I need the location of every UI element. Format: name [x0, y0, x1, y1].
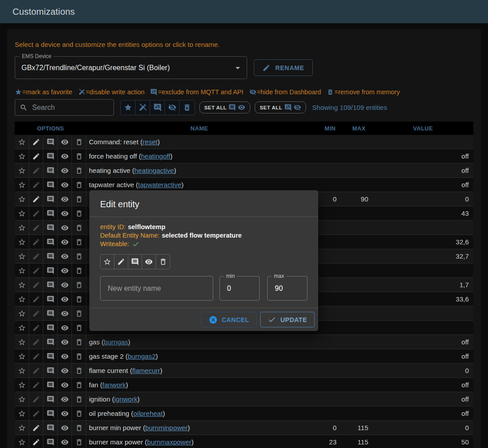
mqtt-exclude-icon[interactable]	[43, 163, 58, 177]
min-input[interactable]	[226, 284, 253, 293]
mqtt-exclude-icon[interactable]	[43, 406, 58, 420]
search-box[interactable]	[15, 99, 114, 116]
mqtt-exclude-icon[interactable]	[43, 178, 58, 192]
delete-icon[interactable]	[72, 292, 86, 306]
delete-icon[interactable]	[72, 421, 86, 435]
favorite-icon[interactable]	[15, 149, 29, 163]
favorite-icon[interactable]	[15, 235, 29, 249]
mqtt-exclude-icon[interactable]	[43, 278, 58, 292]
favorite-icon[interactable]	[15, 406, 29, 420]
visibility-icon[interactable]	[58, 235, 72, 249]
edit-icon[interactable]	[29, 364, 43, 377]
filter-star-filled[interactable]	[121, 100, 135, 115]
filter-pencil-off[interactable]	[135, 100, 150, 115]
entity-shortname-link[interactable]: ignwork	[114, 395, 138, 403]
favorite-icon[interactable]	[15, 378, 29, 392]
mqtt-exclude-icon[interactable]	[43, 378, 58, 392]
delete-icon[interactable]	[72, 378, 86, 392]
new-entity-name-input[interactable]	[107, 284, 206, 293]
set-all-show-button[interactable]: SET ALL	[199, 101, 250, 113]
visibility-icon[interactable]	[58, 206, 72, 220]
visibility-icon[interactable]	[58, 335, 72, 349]
visibility-icon[interactable]	[58, 435, 72, 448]
entity-shortname-link[interactable]: burngas	[104, 338, 128, 346]
delete-icon[interactable]	[72, 349, 86, 363]
mqtt-exclude-icon[interactable]	[43, 349, 58, 363]
search-input[interactable]	[31, 103, 109, 112]
favorite-icon[interactable]	[15, 421, 29, 435]
favorite-icon[interactable]	[15, 306, 29, 320]
filter-delete-forever[interactable]	[180, 100, 194, 115]
mqtt-exclude-icon[interactable]	[43, 335, 58, 349]
edit-icon[interactable]	[29, 221, 43, 234]
entity-shortname-link[interactable]: flamecurr	[132, 367, 160, 374]
delete-icon[interactable]	[72, 264, 86, 277]
delete-icon[interactable]	[72, 335, 86, 349]
entity-shortname-link[interactable]: reset	[143, 138, 157, 146]
mqtt-exclude-icon[interactable]	[43, 392, 58, 406]
edit-icon[interactable]	[29, 178, 43, 192]
rename-button[interactable]: RENAME	[254, 59, 313, 76]
visibility-icon[interactable]	[58, 178, 72, 192]
filter-comment-off[interactable]	[150, 100, 165, 115]
delete-icon[interactable]	[72, 406, 86, 420]
visibility-icon[interactable]	[58, 306, 72, 320]
mqtt-exclude-icon[interactable]	[43, 249, 58, 263]
visibility-icon[interactable]	[58, 406, 72, 420]
favorite-icon[interactable]	[15, 292, 29, 306]
edit-icon[interactable]	[29, 378, 43, 392]
delete-icon[interactable]	[72, 278, 86, 292]
delete-icon[interactable]	[72, 206, 86, 220]
edit-icon[interactable]	[29, 278, 43, 292]
favorite-icon[interactable]	[15, 206, 29, 220]
edit-icon[interactable]	[29, 149, 43, 163]
mqtt-exclude-icon[interactable]	[43, 321, 58, 335]
visibility-icon[interactable]	[58, 163, 72, 177]
mqtt-exclude-toggle[interactable]	[128, 255, 142, 269]
visibility-icon[interactable]	[58, 292, 72, 306]
entity-shortname-link[interactable]: burnmaxpower	[147, 438, 191, 446]
delete-icon[interactable]	[72, 178, 86, 192]
favorite-icon[interactable]	[15, 135, 29, 149]
edit-icon[interactable]	[29, 135, 43, 149]
favorite-icon[interactable]	[15, 349, 29, 363]
min-field[interactable]: min	[219, 276, 260, 301]
cancel-button[interactable]: CANCEL	[201, 312, 257, 327]
visibility-icon[interactable]	[58, 378, 72, 392]
delete-icon[interactable]	[72, 364, 86, 377]
delete-icon[interactable]	[72, 221, 86, 234]
mqtt-exclude-icon[interactable]	[43, 306, 58, 320]
mqtt-exclude-icon[interactable]	[43, 435, 58, 448]
favorite-toggle[interactable]	[101, 255, 114, 269]
favorite-icon[interactable]	[15, 249, 29, 263]
favorite-icon[interactable]	[15, 178, 29, 192]
mqtt-exclude-icon[interactable]	[43, 221, 58, 234]
delete-icon[interactable]	[72, 135, 86, 149]
mqtt-exclude-icon[interactable]	[43, 421, 58, 435]
max-field[interactable]: max	[267, 276, 307, 301]
visibility-icon[interactable]	[58, 349, 72, 363]
edit-icon[interactable]	[29, 349, 43, 363]
favorite-icon[interactable]	[15, 364, 29, 377]
delete-icon[interactable]	[72, 163, 86, 177]
favorite-icon[interactable]	[15, 163, 29, 177]
visibility-icon[interactable]	[58, 421, 72, 435]
favorite-icon[interactable]	[15, 264, 29, 277]
visibility-icon[interactable]	[58, 221, 72, 234]
edit-icon[interactable]	[29, 435, 43, 448]
entity-shortname-link[interactable]: burnminpower	[145, 424, 188, 431]
favorite-icon[interactable]	[15, 435, 29, 448]
edit-icon[interactable]	[29, 264, 43, 277]
favorite-icon[interactable]	[15, 278, 29, 292]
entity-shortname-link[interactable]: tapwateractive	[138, 181, 181, 188]
entity-shortname-link[interactable]: heatingoff	[141, 152, 170, 160]
mqtt-exclude-icon[interactable]	[43, 206, 58, 220]
entity-shortname-link[interactable]: fanwork	[102, 381, 126, 389]
edit-icon[interactable]	[29, 392, 43, 406]
delete-icon[interactable]	[72, 392, 86, 406]
entity-shortname-link[interactable]: burngas2	[128, 352, 156, 360]
favorite-icon[interactable]	[15, 392, 29, 406]
mqtt-exclude-icon[interactable]	[43, 235, 58, 249]
delete-icon[interactable]	[72, 435, 86, 448]
visibility-icon[interactable]	[58, 264, 72, 277]
